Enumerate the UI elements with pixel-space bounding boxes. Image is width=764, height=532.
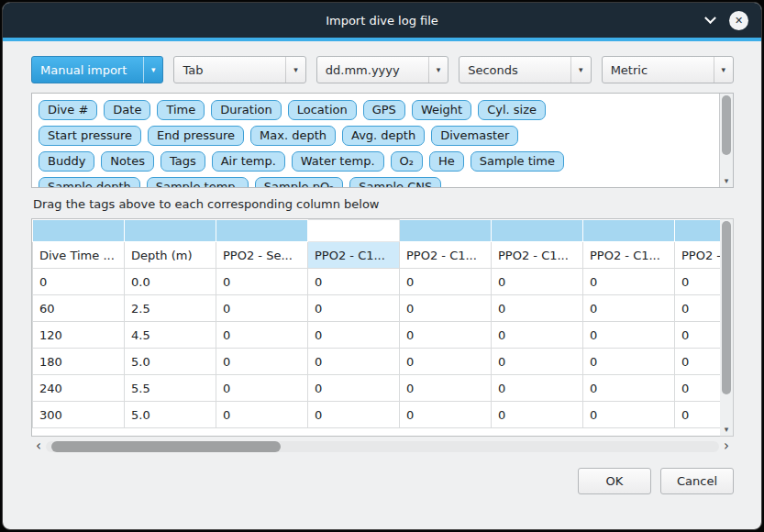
table-row: 1204.5000000 [33, 322, 721, 349]
preview-table-viewport: Dive Time ...Depth (m)PPO2 - Se...PPO2 -… [31, 218, 720, 437]
table-cell: 0 [308, 269, 400, 295]
tag-max-depth[interactable]: Max. depth [250, 126, 336, 146]
tag-he[interactable]: He [429, 151, 464, 172]
column-drop-target[interactable] [400, 220, 492, 242]
scrollbar-thumb[interactable] [722, 95, 731, 155]
table-cell: 0 [308, 375, 400, 402]
tag-avg-depth[interactable]: Avg. depth [342, 126, 425, 146]
column-header[interactable]: PPO2 - C1... [583, 242, 675, 269]
chevron-down-icon: ▾ [428, 57, 448, 83]
tag-tags[interactable]: Tags [161, 151, 205, 172]
tag-sample-time[interactable]: Sample time [471, 151, 564, 172]
scroll-right-arrow-icon[interactable]: › [721, 438, 732, 453]
table-row: 00.0000000 [33, 269, 721, 295]
column-drop-target[interactable] [583, 220, 675, 242]
table-vertical-scrollbar[interactable]: ▾ [720, 218, 734, 437]
tag-cyl-size[interactable]: Cyl. size [478, 100, 546, 120]
table-cell: 60 [33, 295, 125, 322]
table-cell: 120 [33, 322, 125, 349]
table-cell: 0 [216, 402, 308, 428]
column-drop-target[interactable] [125, 220, 216, 242]
scrollbar-thumb[interactable] [722, 221, 731, 394]
preview-table-area: Dive Time ...Depth (m)PPO2 - Se...PPO2 -… [31, 218, 734, 437]
table-horizontal-scrollbar[interactable]: ‹ › [31, 439, 734, 454]
tag-o[interactable]: O₂ [391, 151, 423, 172]
tag-sample-depth[interactable]: Sample depth [39, 177, 140, 188]
table-cell: 5.5 [125, 375, 216, 402]
column-drop-target[interactable] [675, 220, 721, 242]
column-drop-target[interactable] [216, 220, 308, 242]
tag-duration[interactable]: Duration [211, 100, 281, 120]
column-drop-target[interactable] [492, 220, 583, 242]
table-cell: 0.0 [125, 269, 216, 295]
table-cell: 0 [400, 295, 492, 322]
combo-duration-format[interactable]: Seconds▾ [459, 56, 591, 83]
titlebar-controls: ✕ [706, 3, 748, 38]
combo-selected-value: Metric [611, 63, 708, 77]
column-header[interactable]: PPO2 - Se... [216, 242, 308, 269]
column-header[interactable]: Dive Time ... [33, 242, 125, 269]
scrollbar-track[interactable] [46, 441, 719, 452]
dialog-content: Manual import▾Tab▾dd.mm.yyyy▾Seconds▾Met… [3, 41, 761, 494]
table-cell: 0 [583, 375, 675, 402]
tags-vertical-scrollbar[interactable]: ▾ [719, 94, 733, 187]
tag-weight[interactable]: Weight [412, 100, 471, 120]
table-cell: 0 [216, 375, 308, 402]
chevron-down-icon: ▾ [714, 57, 734, 83]
table-cell: 0 [400, 375, 492, 402]
tag-start-pressure[interactable]: Start pressure [39, 126, 141, 146]
tag-location[interactable]: Location [288, 100, 357, 120]
shade-chevron-down-icon[interactable] [704, 12, 716, 24]
combo-units-system[interactable]: Metric▾ [602, 56, 734, 83]
column-header[interactable]: Depth (m) [125, 242, 216, 269]
column-drop-target[interactable] [308, 220, 400, 242]
combo-import-mode[interactable]: Manual import▾ [31, 56, 163, 83]
tag-notes[interactable]: Notes [101, 151, 154, 172]
tag-sample-po[interactable]: Sample pO₂ [255, 177, 344, 188]
scrollbar-thumb[interactable] [51, 441, 281, 452]
tag-buddy[interactable]: Buddy [39, 151, 94, 172]
table-cell: 300 [33, 402, 125, 428]
combo-date-format[interactable]: dd.mm.yyyy▾ [316, 56, 448, 83]
tag-end-pressure[interactable]: End pressure [148, 126, 244, 146]
scroll-down-arrow-icon[interactable]: ▾ [720, 175, 733, 186]
tag-date[interactable]: Date [104, 100, 150, 120]
table-cell: 0 [400, 322, 492, 349]
table-cell: 5.0 [125, 402, 216, 428]
table-cell: 0 [492, 269, 583, 295]
column-header[interactable]: PPO2 - C1... [492, 242, 583, 269]
tag-time[interactable]: Time [157, 100, 205, 120]
column-header[interactable]: PPO2 - C1... [308, 242, 400, 269]
window-title: Import dive log file [326, 14, 438, 28]
tag-gps[interactable]: GPS [363, 100, 405, 120]
table-cell: 0 [492, 322, 583, 349]
tag-sample-cns[interactable]: Sample CNS [349, 177, 441, 188]
table-row: 602.5000000 [33, 295, 721, 322]
combo-selected-value: Seconds [468, 63, 565, 77]
table-cell: 0 [308, 295, 400, 322]
tag-row: Start pressureEnd pressureMax. depthAvg.… [39, 126, 713, 146]
close-icon[interactable]: ✕ [729, 11, 748, 30]
ok-button[interactable]: OK [578, 468, 651, 494]
table-cell: 0 [675, 269, 721, 295]
cancel-button[interactable]: Cancel [660, 468, 734, 494]
column-header[interactable]: PPO2 - C1... [675, 242, 721, 269]
column-drop-target[interactable] [33, 220, 125, 242]
combo-field-separator[interactable]: Tab▾ [173, 56, 305, 83]
chevron-down-icon: ▾ [570, 57, 591, 83]
tag-dive[interactable]: Dive # [39, 100, 97, 120]
titlebar[interactable]: Import dive log file ✕ [3, 3, 761, 38]
tag-sample-temp[interactable]: Sample temp. [147, 177, 249, 188]
column-header[interactable]: PPO2 - C1... [400, 242, 492, 269]
table-cell: 0 [400, 402, 492, 428]
table-cell: 0 [492, 402, 583, 428]
tag-air-temp[interactable]: Air temp. [212, 151, 285, 172]
import-options-row: Manual import▾Tab▾dd.mm.yyyy▾Seconds▾Met… [31, 56, 734, 83]
scroll-left-arrow-icon[interactable]: ‹ [33, 438, 44, 453]
scroll-down-arrow-icon[interactable]: ▾ [720, 424, 733, 435]
tag-divemaster[interactable]: Divemaster [431, 126, 518, 146]
tag-water-temp[interactable]: Water temp. [292, 151, 384, 172]
tag-row: Sample depthSample temp.Sample pO₂Sample… [39, 177, 713, 188]
table-body: 00.0000000602.50000001204.50000001805.00… [33, 269, 721, 428]
table-cell: 0 [675, 349, 721, 375]
